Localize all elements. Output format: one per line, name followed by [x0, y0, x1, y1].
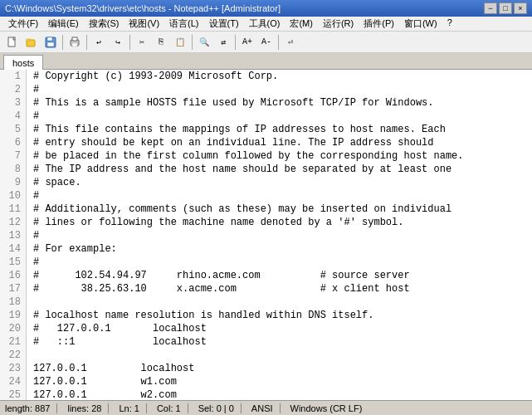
status-length: length: 887 [5, 403, 57, 413]
maximize-button[interactable]: □ [499, 2, 512, 14]
wrap-button[interactable]: ⏎ [281, 33, 300, 51]
line-number-25: 25 [5, 388, 21, 400]
line-number-18: 18 [5, 295, 21, 309]
menu-item-f[interactable]: 文件(F) [3, 17, 43, 30]
tabs-container: hosts [3, 54, 43, 69]
svg-rect-7 [72, 37, 77, 41]
line-number-13: 13 [5, 229, 21, 242]
code-line-19: # localhost name resolution is handled w… [33, 309, 525, 322]
code-line-14: # For example: [33, 242, 525, 256]
line-number-21: 21 [5, 335, 21, 349]
editor[interactable]: 1234567891011121314151617181920212223242… [0, 70, 532, 400]
toolbar: ↩ ↪ ✂ ⎘ 📋 🔍 ⇄ A+ A- ⏎ [0, 32, 532, 53]
code-area[interactable]: # Copyright (c) 1993-2009 Microsoft Corp… [27, 70, 532, 400]
svg-rect-5 [47, 42, 54, 46]
menu-item-w[interactable]: 窗口(W) [399, 17, 442, 30]
tab-bar: hosts [0, 53, 532, 70]
line-number-9: 9 [5, 176, 21, 189]
title-bar: C:\Windows\System32\drivers\etc\hosts - … [0, 0, 532, 17]
menu-item-v[interactable]: 视图(V) [124, 17, 164, 30]
line-number-22: 22 [5, 349, 21, 362]
line-number-3: 3 [5, 96, 21, 110]
menu-item-s[interactable]: 搜索(S) [84, 17, 124, 30]
line-number-1: 1 [5, 70, 21, 83]
code-line-15: # [33, 256, 525, 269]
undo-button[interactable]: ↩ [90, 33, 108, 51]
code-line-24: 127.0.0.1 w1.com [33, 375, 525, 388]
line-number-19: 19 [5, 309, 21, 322]
menu-item-m[interactable]: 宏(M) [285, 17, 318, 30]
title-text: C:\Windows\System32\drivers\etc\hosts - … [5, 3, 484, 13]
close-button[interactable]: × [514, 2, 527, 14]
search-button[interactable]: 🔍 [195, 33, 213, 51]
zoom-in-button[interactable]: A+ [238, 33, 256, 51]
status-ln: Ln: 1 [119, 403, 146, 413]
toolbar-separator-6 [278, 35, 279, 50]
code-line-6: # entry should be kept on an individual … [33, 136, 525, 149]
line-number-8: 8 [5, 163, 21, 176]
line-numbers: 1234567891011121314151617181920212223242… [0, 70, 27, 400]
code-line-5: # This file contains the mappings of IP … [33, 123, 525, 136]
menu-item-p[interactable]: 插件(P) [359, 17, 399, 30]
code-line-4: # [33, 110, 525, 123]
zoom-out-button[interactable]: A- [257, 33, 276, 51]
open-button[interactable] [22, 33, 41, 51]
line-number-11: 11 [5, 203, 21, 216]
code-line-8: # The IP address and the host name shoul… [33, 163, 525, 176]
status-encoding: ANSI [251, 403, 281, 413]
minimize-button[interactable]: − [484, 2, 497, 14]
code-line-22 [33, 349, 525, 362]
status-col: Col: 1 [157, 403, 188, 413]
code-line-17: # 38.25.63.10 x.acme.com # x client host [33, 282, 525, 295]
toolbar-separator-4 [192, 35, 193, 50]
replace-button[interactable]: ⇄ [214, 33, 232, 51]
toolbar-separator-2 [86, 35, 87, 50]
cut-button[interactable]: ✂ [133, 33, 151, 51]
toolbar-separator-3 [129, 35, 130, 50]
line-number-5: 5 [5, 123, 21, 136]
line-number-2: 2 [5, 83, 21, 96]
copy-button[interactable]: ⎘ [152, 33, 170, 51]
paste-button[interactable]: 📋 [171, 33, 189, 51]
status-sel: Sel: 0 | 0 [198, 403, 242, 413]
menu-item-[interactable]: ? [442, 17, 457, 27]
line-number-17: 17 [5, 282, 21, 295]
menu-item-l[interactable]: 语言(L) [164, 17, 203, 30]
code-line-1: # Copyright (c) 1993-2009 Microsoft Corp… [33, 70, 525, 83]
code-line-7: # be placed in the first column followed… [33, 149, 525, 163]
menu-items: 文件(F)编辑(E)搜索(S)视图(V)语言(L)设置(T)工具(O)宏(M)运… [3, 17, 457, 30]
code-line-2: # [33, 83, 525, 96]
window-controls: − □ × [484, 2, 527, 14]
code-line-23: 127.0.0.1 localhost [33, 362, 525, 375]
code-line-18 [33, 295, 525, 309]
line-number-14: 14 [5, 242, 21, 256]
line-number-23: 23 [5, 362, 21, 375]
toolbar-separator-1 [62, 35, 63, 50]
redo-button[interactable]: ↪ [109, 33, 127, 51]
line-number-6: 6 [5, 136, 21, 149]
svg-rect-4 [47, 37, 52, 41]
code-line-25: 127.0.0.1 w2.com [33, 388, 525, 400]
svg-rect-2 [27, 39, 31, 41]
new-button[interactable] [3, 33, 22, 51]
menu-item-t[interactable]: 设置(T) [204, 17, 244, 30]
menu-item-r[interactable]: 运行(R) [318, 17, 359, 30]
status-lines: lines: 28 [67, 403, 109, 413]
code-line-10: # [33, 189, 525, 203]
print-button[interactable] [66, 33, 84, 51]
code-line-9: # space. [33, 176, 525, 189]
line-number-10: 10 [5, 189, 21, 203]
menu-item-e[interactable]: 编辑(E) [43, 17, 84, 30]
svg-rect-8 [72, 43, 77, 46]
code-line-20: # 127.0.0.1 localhost [33, 322, 525, 335]
save-button[interactable] [41, 33, 60, 51]
code-line-3: # This is a sample HOSTS file used by Mi… [33, 96, 525, 110]
code-line-11: # Additionally, comments (such as these)… [33, 203, 525, 216]
tab-hosts[interactable]: hosts [3, 55, 43, 70]
toolbar-separator-5 [235, 35, 236, 50]
line-number-16: 16 [5, 269, 21, 282]
line-number-20: 20 [5, 322, 21, 335]
code-line-16: # 102.54.94.97 rhino.acme.com # source s… [33, 269, 525, 282]
menu-item-o[interactable]: 工具(O) [244, 17, 286, 30]
code-line-13: # [33, 229, 525, 242]
